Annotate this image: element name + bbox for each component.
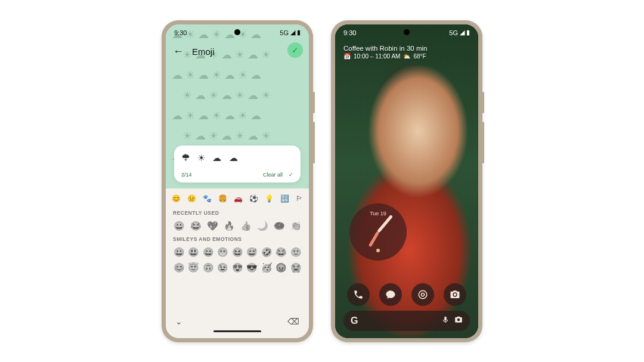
emoji-item[interactable]: 👏 bbox=[290, 220, 302, 232]
recent-emoji-row: 😀 😂 💖 🔥 👍 🌙 🍩 👏 bbox=[169, 218, 305, 234]
emoji-item[interactable]: 👍 bbox=[240, 220, 252, 232]
tab-travel[interactable]: 🚗 bbox=[234, 194, 243, 203]
weather-icon: ⛅ bbox=[403, 53, 410, 60]
tab-objects[interactable]: 💡 bbox=[265, 194, 274, 203]
at-a-glance-widget[interactable]: Coffee with Robin in 30 min 📅 10:00 – 11… bbox=[343, 45, 470, 60]
backspace-icon[interactable]: ⌫ bbox=[287, 317, 299, 326]
emoji-item[interactable]: 🌙 bbox=[256, 220, 268, 232]
emoji-item[interactable]: 🥳 bbox=[261, 262, 273, 274]
emoji-item[interactable]: 🤣 bbox=[261, 246, 273, 258]
section-recently-used: RECENTLY USED bbox=[173, 210, 302, 216]
emoji-wallpaper: ☁ ☀ ☁ ☀ ☁ ☀ ☁ ☀ ☁ ☀ ☁ ☀ ☁ ☀ ☁ ☀ ☁ ☀ ☁ ☀ … bbox=[166, 24, 309, 188]
signal-icon: ◢ bbox=[460, 29, 465, 36]
camera-hole bbox=[404, 29, 410, 35]
messages-app-icon[interactable] bbox=[379, 283, 402, 306]
emoji-item[interactable]: 😆 bbox=[231, 246, 243, 258]
emoji-item[interactable]: 😂 bbox=[275, 246, 287, 258]
emoji-item[interactable]: 😃 bbox=[188, 246, 200, 258]
status-time: 9:30 bbox=[343, 29, 356, 36]
battery-icon: ▮ bbox=[466, 29, 470, 36]
lens-icon[interactable] bbox=[454, 315, 463, 326]
app-dock bbox=[335, 283, 478, 306]
emoji-item[interactable]: 😡 bbox=[275, 262, 287, 274]
svg-point-1 bbox=[421, 293, 424, 296]
nav-pill[interactable] bbox=[213, 330, 261, 332]
emoji-item[interactable]: 🍩 bbox=[273, 220, 285, 232]
glance-event-time: 10:00 – 11:00 AM bbox=[354, 53, 400, 60]
emoji-item[interactable]: 🙃 bbox=[202, 262, 214, 274]
emoji-item[interactable]: 😅 bbox=[246, 246, 258, 258]
clear-all-button[interactable]: Clear all bbox=[263, 172, 283, 178]
google-logo-icon: G bbox=[351, 315, 358, 326]
emoji-item[interactable]: 😊 bbox=[173, 262, 185, 274]
battery-icon: ▮ bbox=[297, 29, 301, 36]
clock-second-dot bbox=[376, 249, 380, 252]
confirm-check-icon[interactable]: ✓ bbox=[289, 172, 293, 178]
tab-animals[interactable]: 🐾 bbox=[203, 194, 212, 203]
tab-smileys[interactable]: 😊 bbox=[172, 194, 181, 203]
phone-frame-right: 9:30 5G ◢ ▮ Coffee with Robin in 30 min … bbox=[331, 20, 482, 342]
title-bar: ← Emoji bbox=[166, 41, 309, 63]
status-network: 5G bbox=[449, 29, 458, 36]
status-network: 5G bbox=[280, 29, 289, 36]
keyboard-footer: ⌄ ⌫ bbox=[169, 313, 305, 327]
back-arrow-icon[interactable]: ← bbox=[173, 45, 184, 58]
emoji-item[interactable]: 😭 bbox=[290, 262, 302, 274]
clock-date: Tue 19 bbox=[349, 211, 407, 216]
emoji-item[interactable]: 😉 bbox=[217, 262, 229, 274]
glance-event-title: Coffee with Robin in 30 min bbox=[343, 45, 470, 52]
analog-clock-widget[interactable]: Tue 19 bbox=[349, 203, 407, 261]
emoji-item[interactable]: 🔥 bbox=[223, 220, 235, 232]
tab-neutral[interactable]: 😐 bbox=[187, 194, 196, 203]
selected-emojis: 🌩 ☀ ☁ ☁ bbox=[181, 153, 293, 163]
screen-left: 9:30 5G ◢ ▮ ☁ ☀ ☁ ☀ ☁ ☀ ☁ ☀ ☁ ☀ ☁ ☀ ☁ ☀ … bbox=[166, 24, 309, 338]
emoji-counter: 2/14 bbox=[181, 172, 192, 178]
emoji-item[interactable]: 🙂 bbox=[290, 246, 302, 258]
emoji-item[interactable]: 😁 bbox=[217, 246, 229, 258]
search-bar[interactable]: G bbox=[343, 311, 470, 331]
smileys-row-1: 😀 😃 😄 😁 😆 😅 🤣 😂 🙂 bbox=[169, 245, 305, 260]
tab-flags[interactable]: 🏳 bbox=[296, 194, 303, 203]
clock-hour-hand bbox=[369, 231, 379, 247]
calendar-icon: 📅 bbox=[343, 53, 351, 60]
phone-frame-left: 9:30 5G ◢ ▮ ☁ ☀ ☁ ☀ ☁ ☀ ☁ ☀ ☁ ☀ ☁ ☀ ☁ ☀ … bbox=[162, 20, 313, 342]
status-time: 9:30 bbox=[174, 29, 187, 36]
emoji-item[interactable]: 😎 bbox=[246, 262, 258, 274]
signal-icon: ◢ bbox=[290, 29, 295, 36]
section-smileys: SMILEYS AND EMOTIONS bbox=[173, 236, 302, 242]
clock-minute-hand bbox=[377, 214, 393, 233]
camera-app-icon[interactable] bbox=[444, 283, 466, 306]
page-title: Emoji bbox=[192, 47, 215, 57]
emoji-item[interactable]: 😄 bbox=[202, 246, 214, 258]
svg-point-0 bbox=[419, 290, 427, 299]
emoji-compose-card: 🌩 ☀ ☁ ☁ 2/14 Clear all ✓ bbox=[174, 146, 301, 182]
gesture-nav-bar bbox=[169, 327, 305, 336]
emoji-item[interactable]: 💖 bbox=[206, 220, 218, 232]
mic-icon[interactable] bbox=[441, 315, 450, 326]
emoji-category-tabs: 😊 😐 🐾 🍔 🚗 ⚽ 💡 🔣 🏳 bbox=[169, 193, 305, 208]
collapse-keyboard-icon[interactable]: ⌄ bbox=[175, 317, 182, 326]
tab-food[interactable]: 🍔 bbox=[218, 194, 227, 203]
emoji-item[interactable]: 😀 bbox=[173, 220, 185, 232]
tab-symbols[interactable]: 🔣 bbox=[280, 194, 289, 203]
emoji-item[interactable]: 😀 bbox=[173, 246, 185, 258]
smileys-row-2: 😊 😇 🙃 😉 😍 😎 🥳 😡 😭 bbox=[169, 260, 305, 276]
phone-app-icon[interactable] bbox=[347, 283, 370, 306]
glance-temperature: 68°F bbox=[413, 53, 426, 60]
browser-app-icon[interactable] bbox=[411, 283, 434, 306]
emoji-item[interactable]: 😍 bbox=[231, 262, 243, 274]
emoji-item[interactable]: 😇 bbox=[188, 262, 200, 274]
screen-right: 9:30 5G ◢ ▮ Coffee with Robin in 30 min … bbox=[335, 24, 478, 338]
emoji-keyboard: 😊 😐 🐾 🍔 🚗 ⚽ 💡 🔣 🏳 RECENTLY USED 😀 😂 💖 🔥 … bbox=[166, 188, 309, 338]
camera-hole bbox=[234, 29, 240, 35]
tab-activity[interactable]: ⚽ bbox=[249, 194, 258, 203]
emoji-item[interactable]: 😂 bbox=[190, 220, 202, 232]
